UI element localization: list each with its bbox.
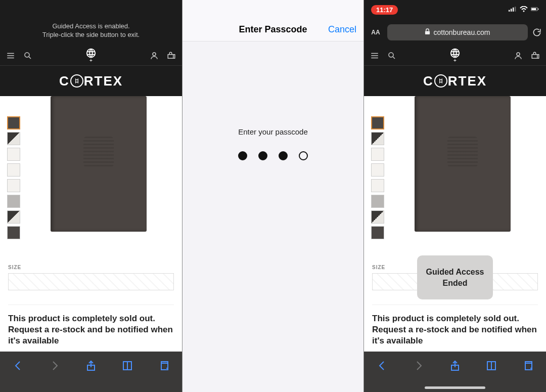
size-section-label: SIZE xyxy=(0,265,182,270)
guided-access-banner: Guided Access is enabled. Triple-click t… xyxy=(0,0,182,46)
thumbnail-3[interactable] xyxy=(371,148,384,161)
cottonbureau-logo[interactable]: + xyxy=(85,48,97,63)
cortex-brand-logo[interactable]: C RTEX xyxy=(423,73,487,89)
svg-rect-13 xyxy=(538,9,538,10)
plus-icon: + xyxy=(89,58,93,63)
cellular-icon xyxy=(509,5,517,14)
safari-toolbar xyxy=(364,352,546,392)
size-selector[interactable] xyxy=(8,273,174,290)
back-icon[interactable] xyxy=(12,360,24,372)
svg-rect-18 xyxy=(532,54,537,58)
thumbnail-8[interactable] xyxy=(371,226,384,239)
svg-rect-3 xyxy=(168,54,173,58)
text-settings-button[interactable]: AA xyxy=(368,29,383,36)
thumbnail-6[interactable] xyxy=(371,195,384,208)
svg-rect-6 xyxy=(509,10,510,12)
banner-line1: Guided Access is enabled. xyxy=(52,22,129,31)
passcode-header: Enter Passcode Cancel xyxy=(183,0,363,41)
section-divider xyxy=(372,304,538,305)
safari-toolbar xyxy=(0,352,182,392)
thumbnail-2[interactable] xyxy=(7,132,20,145)
cancel-button[interactable]: Cancel xyxy=(328,24,356,35)
svg-point-0 xyxy=(25,53,29,57)
svg-point-10 xyxy=(523,11,525,12)
account-icon[interactable] xyxy=(150,51,159,60)
thumbnail-4[interactable] xyxy=(371,163,384,177)
passcode-title: Enter Passcode xyxy=(239,24,307,35)
search-icon[interactable] xyxy=(387,51,396,60)
section-divider xyxy=(8,304,174,305)
site-nav-bar: + xyxy=(364,46,546,66)
thumbnail-3[interactable] xyxy=(7,148,20,161)
passcode-dots xyxy=(238,151,308,160)
hamburger-icon[interactable] xyxy=(370,51,379,60)
thumbnail-4[interactable] xyxy=(7,163,20,177)
svg-point-16 xyxy=(451,49,460,58)
bookmarks-icon[interactable] xyxy=(121,360,133,372)
tabs-icon[interactable] xyxy=(158,360,170,372)
back-icon[interactable] xyxy=(376,360,388,372)
banner-line2: Triple-click the side button to exit. xyxy=(42,31,140,39)
cart-icon[interactable] xyxy=(167,51,176,60)
share-icon[interactable] xyxy=(449,360,461,372)
svg-rect-5 xyxy=(161,363,168,370)
site-nav-bar: + xyxy=(0,46,182,66)
passcode-dot-1 xyxy=(238,151,247,160)
thumbnail-8[interactable] xyxy=(7,226,20,239)
toast-line1: Guided Access xyxy=(422,267,488,278)
brain-circle-icon xyxy=(70,74,83,88)
cart-icon[interactable] xyxy=(531,51,540,60)
cottonbureau-logo[interactable]: + xyxy=(449,48,461,63)
product-thumbnails xyxy=(371,96,386,239)
svg-rect-8 xyxy=(513,8,514,12)
search-icon[interactable] xyxy=(23,51,32,60)
home-indicator[interactable] xyxy=(425,386,485,389)
ios-status-bar: 11:17 xyxy=(364,0,546,19)
svg-point-1 xyxy=(87,49,96,58)
svg-rect-20 xyxy=(525,363,532,370)
passcode-dot-2 xyxy=(258,151,267,160)
thumbnail-6[interactable] xyxy=(7,195,20,208)
forward-icon[interactable] xyxy=(49,360,61,372)
reload-icon[interactable] xyxy=(532,27,542,37)
account-icon[interactable] xyxy=(514,51,523,60)
product-thumbnails xyxy=(7,96,22,239)
cortex-brand-logo[interactable]: C RTEX xyxy=(59,73,123,89)
tabs-icon[interactable] xyxy=(522,360,534,372)
passcode-prompt: Enter your passcode xyxy=(238,127,308,136)
thumbnail-7[interactable] xyxy=(7,210,20,224)
svg-rect-12 xyxy=(531,8,536,10)
share-icon[interactable] xyxy=(85,360,97,372)
passcode-dot-4 xyxy=(299,151,308,160)
thumbnail-7[interactable] xyxy=(371,210,384,224)
passcode-dot-3 xyxy=(279,151,288,160)
safari-url-bar: AA cottonbureau.com xyxy=(364,19,546,46)
svg-point-2 xyxy=(153,53,156,56)
product-image-notebook[interactable] xyxy=(415,96,511,232)
brain-circle-icon xyxy=(434,74,447,88)
thumbnail-5[interactable] xyxy=(7,179,20,192)
hamburger-icon[interactable] xyxy=(6,51,15,60)
plus-icon: + xyxy=(453,58,457,63)
sold-out-message: This product is completely sold out. Req… xyxy=(0,313,182,346)
thumbnail-1[interactable] xyxy=(371,116,384,129)
recording-time-pill[interactable]: 11:17 xyxy=(371,5,398,15)
thumbnail-5[interactable] xyxy=(371,179,384,192)
svg-point-15 xyxy=(389,53,393,57)
svg-point-17 xyxy=(517,53,520,56)
bookmarks-icon[interactable] xyxy=(485,360,497,372)
wifi-icon xyxy=(520,5,528,14)
thumbnail-1[interactable] xyxy=(7,116,20,129)
thumbnail-2[interactable] xyxy=(371,132,384,145)
lock-icon xyxy=(425,28,430,36)
url-field[interactable]: cottonbureau.com xyxy=(387,24,528,40)
svg-rect-7 xyxy=(511,9,512,12)
svg-rect-14 xyxy=(425,31,430,34)
product-image-notebook[interactable] xyxy=(51,96,147,232)
sold-out-message: This product is completely sold out. Req… xyxy=(364,313,546,346)
toast-line2: Ended xyxy=(422,278,488,289)
forward-icon[interactable] xyxy=(413,360,425,372)
battery-icon xyxy=(531,5,539,14)
url-domain-text: cottonbureau.com xyxy=(433,28,490,36)
svg-rect-9 xyxy=(515,7,516,12)
